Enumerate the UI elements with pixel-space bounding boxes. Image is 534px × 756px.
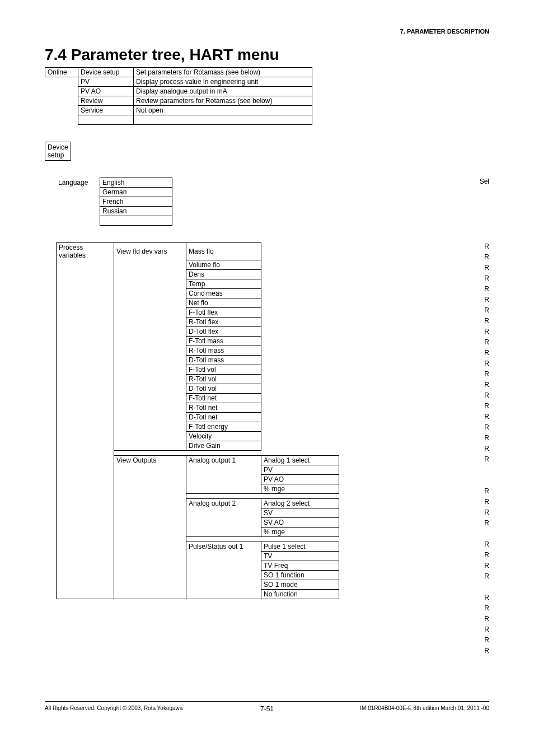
footer-page: 7-51 [45,705,489,713]
flag: R [484,413,489,423]
cell: F-Totl net [186,393,261,403]
flag [484,530,489,540]
flag: R [484,636,489,647]
pulse-status-out-1-label: Pulse/Status out 1 [186,542,261,551]
flag: R [484,423,489,434]
flag: R [484,540,489,551]
cell: D-Totl vol [186,384,261,393]
cell [134,115,312,125]
page-footer: All Rights Reserved. Copyright © 2003, R… [45,701,489,711]
device-setup-box: Device setup [45,142,71,161]
process-variables-label: Process variables [57,243,114,260]
cell: Conc meas [186,288,261,298]
cell: Device setup [78,68,134,77]
cell: Velocity [186,431,261,441]
analog-output-2-label: Analog output 2 [186,498,261,508]
cell: R-Totl net [186,403,261,412]
flag: R [484,455,489,466]
cell: Review parameters for Rotamass (see belo… [134,96,312,106]
flag: R [484,402,489,413]
flag: R [484,360,489,370]
online-label: Online [45,68,78,77]
flag: R [484,338,489,349]
cell: German [100,188,172,197]
cell: % rnge [261,527,339,536]
flag: R [484,253,489,264]
online-table: Online Device setup Set parameters for R… [45,67,312,125]
cell: Mass flo [186,243,261,260]
cell: PV [261,465,339,474]
cell: PV AO [261,474,339,484]
cell: Pulse 1 select [261,542,339,551]
cell: R-Totl flex [186,317,261,326]
flag: R [484,349,489,360]
cell: R-Totl mass [186,346,261,355]
cell [100,216,172,226]
flag: R [484,647,489,657]
cell: D-Totl flex [186,326,261,336]
analog-output-1-label: Analog output 1 [186,455,261,465]
cell: PV [78,77,134,87]
flag: R [484,285,489,296]
flag: R [484,242,489,253]
cell: Review [78,96,134,106]
flag: R [484,296,489,306]
cell: SV [261,508,339,517]
cell: TV Freq [261,561,339,570]
flag: R [484,594,489,604]
flag [484,477,489,487]
flag: R [484,328,489,338]
cell: F-Totl flex [186,307,261,317]
flag: R [484,498,489,508]
flag: R [484,572,489,583]
cell: D-Totl net [186,412,261,422]
flag: R [484,551,489,562]
cell: R-Totl vol [186,374,261,384]
cell: Analog 2 select [261,498,339,508]
cell: D-Totl mass [186,355,261,365]
cell: Dens [186,269,261,279]
language-table: Language English German French Russian [56,178,172,226]
cell [78,115,134,125]
cell: F-Totl energy [186,422,261,431]
cell: Drive Gain [186,441,261,450]
cell: French [100,197,172,207]
view-outputs-label: View Outputs [114,455,186,465]
section-header: 7. PARAMETER DESCRIPTION [45,28,489,35]
cell: Set parameters for Rotamass (see below) [134,68,312,77]
cell: SO 1 function [261,570,339,580]
cell: Analog 1 select [261,455,339,465]
flag: R [484,626,489,636]
cell: Display process value in engineering uni… [134,77,312,87]
cell: No function [261,589,339,599]
cell: F-Totl vol [186,365,261,374]
flag: R [484,487,489,498]
flag: R [484,264,489,274]
flag: R [484,370,489,381]
flag: R [484,615,489,626]
flag: R [484,508,489,519]
cell: Display analogue output in mA [134,87,312,96]
flag: R [484,274,489,285]
cell: Volume flo [186,260,261,269]
cell: TV [261,551,339,561]
cell: Service [78,106,134,115]
cell: Net flo [186,298,261,307]
flag: R [484,434,489,445]
flag: R [484,604,489,615]
process-variables-table: Process variables View fld dev vars Mass… [56,242,339,599]
cell: English [100,178,172,188]
view-fld-label: View fld dev vars [114,243,186,260]
language-flag: Sel [480,178,489,185]
cell: PV AO [78,87,134,96]
section-title: 7.4 Parameter tree, HART menu [45,46,489,64]
flag: R [484,306,489,317]
cell: F-Totl mass [186,336,261,346]
cell: Not open [134,106,312,115]
flag: R [484,519,489,530]
flag: R [484,381,489,391]
flag: R [484,562,489,572]
flag [484,583,489,594]
flag: R [484,317,489,328]
flag: R [484,445,489,455]
